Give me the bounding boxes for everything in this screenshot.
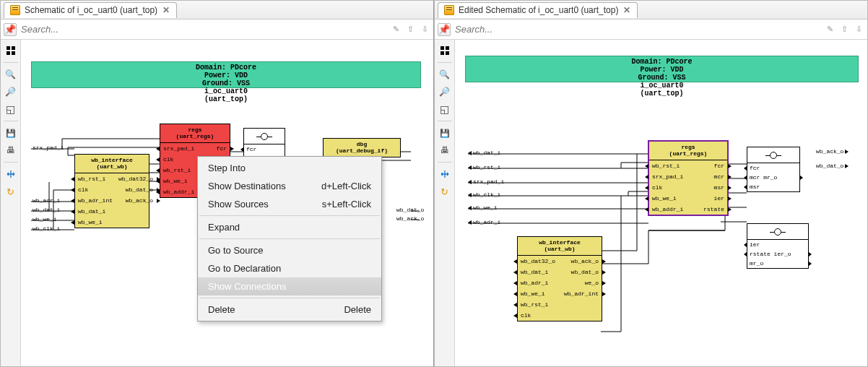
menu-show-connections[interactable]: Show Connections: [198, 277, 381, 295]
domain-header: Domain: PDcore Power: VDD Ground: VSS: [465, 56, 859, 82]
domain-header: Domain: PDcore Power: VDD Ground: VSS: [31, 61, 421, 88]
ext-port: srx_pad_i: [468, 178, 504, 185]
search-input[interactable]: [453, 21, 821, 38]
ext-port-label: wb_adr_i: [32, 197, 60, 204]
port[interactable]: msr: [700, 182, 727, 193]
arrow-down-icon[interactable]: ⇩: [419, 24, 430, 35]
arrow-down-icon[interactable]: ⇩: [853, 24, 864, 35]
zoom-out-icon[interactable]: [437, 84, 453, 100]
svg-rect-5: [446, 46, 449, 50]
port[interactable]: wb_dat_i: [75, 206, 116, 217]
block-regs[interactable]: regs (uart_regs) wb_rst_i srx_pad_i clk …: [648, 141, 728, 215]
zoom-in-icon[interactable]: [437, 66, 453, 82]
arrow-up-icon[interactable]: ⇧: [404, 24, 416, 35]
zoom-fit-icon[interactable]: [3, 101, 19, 117]
buffer-icon: [774, 228, 781, 236]
menu-go-to-source[interactable]: Go to Source: [198, 241, 381, 259]
port[interactable]: wb_dat_o: [116, 184, 156, 195]
search-tools: ✎ ⇧ ⇩: [390, 24, 430, 35]
port[interactable]: clk: [518, 310, 561, 321]
pin-icon[interactable]: 📌: [4, 23, 17, 36]
port[interactable]: clk: [649, 182, 700, 193]
port[interactable]: wb_adr_int: [561, 288, 602, 299]
save-icon[interactable]: [437, 125, 453, 141]
search-tools: ✎ ⇧ ⇩: [824, 24, 864, 35]
block-title: regs (uart_regs): [160, 124, 230, 143]
block-small[interactable]: ier rstate ier_o mr_o: [747, 223, 809, 269]
block-small[interactable]: fcr mcr mr_o msr: [747, 147, 800, 192]
zoom-fit-icon[interactable]: [437, 101, 453, 117]
port[interactable]: wb_we_i: [518, 288, 561, 299]
ext-port-label: wb_ack_o: [396, 215, 424, 222]
menu-separator: [199, 238, 380, 239]
port[interactable]: wb_adr_i: [518, 277, 561, 288]
block-wb-interface[interactable]: wb_interface (uart_wb) wb_dat32_o wb_dat…: [517, 236, 602, 321]
port[interactable]: mcr: [700, 171, 727, 182]
port[interactable]: ier: [700, 193, 727, 204]
port[interactable]: wb_dat_i: [518, 267, 561, 277]
grid-icon[interactable]: [3, 43, 19, 59]
print-icon[interactable]: [437, 142, 453, 158]
refresh-icon[interactable]: [3, 184, 19, 199]
pin-icon[interactable]: 📌: [438, 23, 451, 36]
menu-expand[interactable]: Expand: [198, 218, 381, 236]
port[interactable]: fcr: [700, 160, 727, 171]
port[interactable]: wb_rst_i: [649, 160, 700, 171]
brush-icon[interactable]: ✎: [824, 24, 836, 35]
menu-show-sources[interactable]: Show Sourcess+Left-Click: [198, 195, 381, 213]
port: mr_o: [747, 259, 808, 268]
port[interactable]: wb_we_i: [649, 193, 700, 204]
tab-bar: Schematic of i_oc_uart0 (uart_top) ✕: [1, 1, 433, 20]
port[interactable]: wb_dat32_o: [116, 173, 156, 184]
zoom-out-icon[interactable]: [3, 84, 19, 100]
tab-title: Edited Schematic of i_oc_uart0 (uart_top…: [459, 5, 618, 15]
port[interactable]: wb_dat_o: [561, 267, 602, 277]
port[interactable]: wb_addr_i: [649, 204, 700, 215]
brush-icon[interactable]: ✎: [390, 24, 402, 35]
close-icon[interactable]: ✕: [622, 6, 631, 14]
menu-separator: [199, 215, 380, 216]
schematic-canvas[interactable]: Domain: PDcore Power: VDD Ground: VSS i_…: [455, 40, 867, 366]
port[interactable]: clk: [75, 184, 116, 195]
menu-delete[interactable]: DeleteDelete: [198, 301, 381, 319]
arrow-up-icon[interactable]: ⇧: [838, 24, 850, 35]
port[interactable]: wb_rst_i: [518, 299, 561, 310]
port[interactable]: wb_adr_int: [75, 195, 116, 206]
port[interactable]: fcr: [214, 143, 230, 154]
port[interactable]: rstate: [700, 204, 727, 215]
left-pane: Schematic of i_oc_uart0 (uart_top) ✕ 📌 ✎…: [0, 0, 434, 367]
close-icon[interactable]: ✕: [162, 6, 170, 14]
print-icon[interactable]: [3, 142, 19, 158]
port[interactable]: wb_ack_o: [116, 195, 156, 206]
port[interactable]: we_o: [561, 277, 602, 288]
ext-port: wb_ack_o: [816, 148, 849, 155]
port[interactable]: wb_we_i: [75, 217, 116, 228]
tab-edited-schematic[interactable]: Edited Schematic of i_oc_uart0 (uart_top…: [438, 2, 638, 18]
grid-icon[interactable]: [437, 43, 453, 59]
search-bar: 📌 ✎ ⇧ ⇩: [435, 20, 867, 40]
block-dbg[interactable]: dbg (uart_debug_if): [323, 138, 401, 157]
port[interactable]: wb_rst_i: [75, 173, 116, 184]
arrows-icon[interactable]: [437, 166, 453, 182]
save-icon[interactable]: [3, 125, 19, 141]
svg-rect-2: [6, 51, 10, 55]
menu-go-to-declaration[interactable]: Go to Declaration: [198, 259, 381, 277]
schematic-canvas[interactable]: Domain: PDcore Power: VDD Ground: VSS i_…: [21, 40, 433, 366]
port[interactable]: srx_pad_i: [649, 171, 700, 182]
menu-step-into[interactable]: Step Into: [198, 159, 381, 177]
svg-rect-6: [440, 51, 444, 55]
menu-show-destinations[interactable]: Show Destinationsd+Left-Click: [198, 177, 381, 195]
zoom-in-icon[interactable]: [3, 66, 19, 82]
search-input[interactable]: [19, 21, 387, 38]
block-title: wb_interface (uart_wb): [75, 155, 149, 173]
ext-port: wb_we_i: [468, 204, 498, 211]
tab-schematic[interactable]: Schematic of i_oc_uart0 (uart_top) ✕: [4, 2, 177, 18]
port: rstate ier_o: [747, 249, 808, 259]
block-wb-interface[interactable]: wb_interface (uart_wb) wb_rst_i clk wb_a…: [74, 154, 149, 228]
port: fcr: [244, 144, 285, 154]
port[interactable]: wb_ack_o: [561, 256, 602, 267]
port[interactable]: srx_pad_i: [160, 143, 214, 154]
port[interactable]: wb_dat32_o: [518, 256, 561, 267]
refresh-icon[interactable]: [437, 184, 453, 199]
arrows-icon[interactable]: [3, 166, 19, 182]
